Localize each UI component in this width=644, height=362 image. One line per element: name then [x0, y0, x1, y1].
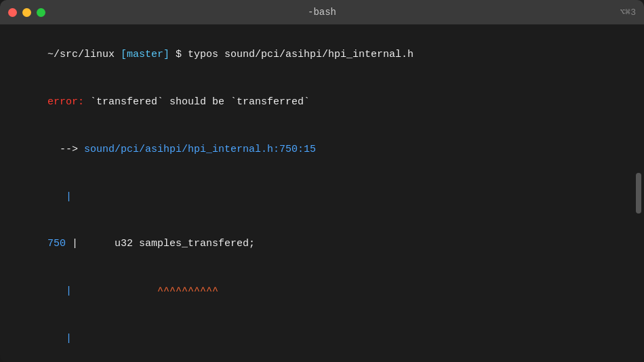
- terminal-body[interactable]: ~/src/linux [master] $ typos sound/pci/a…: [0, 24, 644, 362]
- prompt-path: ~/src/linux: [47, 49, 121, 60]
- pipe-1a: |: [47, 191, 72, 203]
- pipe-space-1: |: [47, 285, 157, 297]
- terminal-line-code1: 750 | u32 samples_transfered;: [11, 220, 633, 268]
- terminal-line-carets1: | ^^^^^^^^^^: [11, 268, 633, 315]
- maximize-button[interactable]: [37, 8, 45, 17]
- prompt-branch: [master]: [121, 49, 169, 60]
- terminal-line-pipe1a: |: [11, 173, 633, 220]
- carets-1: ^^^^^^^^^^: [157, 285, 218, 297]
- terminal-line-prompt1: ~/src/linux [master] $ typos sound/pci/a…: [11, 31, 633, 79]
- terminal-line-arrow1: --> sound/pci/asihpi/hpi_internal.h:750:…: [11, 126, 633, 174]
- terminal-window: -bash ⌥⌘3 ~/src/linux [master] $ typos s…: [0, 0, 644, 362]
- keyboard-shortcut: ⌥⌘3: [620, 7, 636, 18]
- pipe-1b: |: [47, 333, 72, 344]
- file-location-1: sound/pci/asihpi/hpi_internal.h:750:15: [84, 144, 316, 155]
- error-label-1: error:: [47, 96, 84, 108]
- terminal-line-pipe1b: |: [11, 315, 633, 363]
- error-message-1: `transfered` should be `transferred`: [84, 96, 310, 108]
- minimize-button[interactable]: [22, 8, 31, 17]
- code-content-1: | u32 samples_transfered;: [66, 238, 255, 249]
- line-number-1: 750: [47, 238, 66, 249]
- prompt-dollar: $ typos sound/pci/asihpi/hpi_internal.h: [169, 49, 414, 60]
- arrow-prefix-1: -->: [47, 144, 84, 155]
- terminal-line-error1: error: `transfered` should be `transferr…: [11, 79, 633, 126]
- traffic-lights: [8, 8, 45, 17]
- title-bar: -bash ⌥⌘3: [0, 0, 644, 24]
- window-title: -bash: [308, 7, 336, 18]
- close-button[interactable]: [8, 8, 17, 17]
- scrollbar[interactable]: [636, 173, 641, 214]
